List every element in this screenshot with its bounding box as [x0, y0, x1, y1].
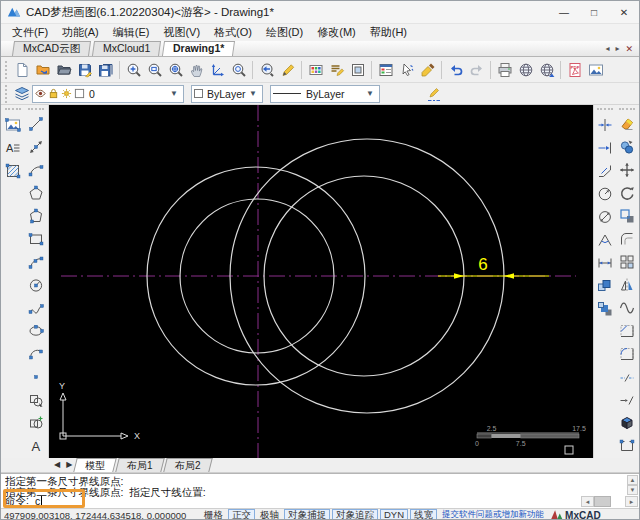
drawing-canvas[interactable]: 6YX2.517.507.5 — [49, 105, 593, 458]
chevron-down-icon[interactable]: ▼ — [167, 89, 181, 98]
undo-button[interactable] — [445, 59, 466, 80]
scrollbar-track[interactable] — [611, 496, 625, 507]
array-button[interactable] — [617, 252, 638, 273]
toolbar-drag-handle[interactable] — [619, 108, 635, 112]
move-button[interactable] — [617, 160, 638, 181]
rotate-button[interactable] — [617, 183, 638, 204]
polyline2-button[interactable] — [25, 206, 46, 227]
menu-item-2[interactable]: 编辑(E) — [106, 25, 157, 40]
toolbar-drag-handle[interactable] — [5, 85, 9, 103]
menu-item-4[interactable]: 格式(O) — [207, 25, 259, 40]
text-style-button[interactable] — [326, 59, 347, 80]
palette-button[interactable] — [305, 59, 326, 80]
tab-scroll-right-icon[interactable]: ▸ — [612, 44, 622, 53]
mirror-button[interactable] — [617, 275, 638, 296]
status-toggle-极轴[interactable]: 极轴 — [257, 509, 282, 520]
status-toggle-对象捕捉[interactable]: 对象捕捉 — [284, 509, 330, 520]
break-at-point-button[interactable] — [617, 366, 638, 387]
dim-radius-button[interactable] — [595, 183, 616, 204]
web-button[interactable] — [515, 59, 536, 80]
image-button[interactable] — [585, 59, 606, 80]
web-upload-button[interactable] — [536, 59, 557, 80]
command-vscrollbar[interactable]: ▲ ▼ — [627, 475, 638, 495]
doc-tab-MxCloud1[interactable]: MxCloud1 — [92, 41, 161, 56]
scroll-right-icon[interactable]: ▸ — [625, 496, 638, 507]
menu-item-5[interactable]: 绘图(D) — [259, 25, 310, 40]
new-file-button[interactable] — [11, 59, 32, 80]
arc3-button[interactable] — [25, 252, 46, 273]
doc-tab-MxCAD云图[interactable]: MxCAD云图 — [12, 41, 91, 56]
layer-on-icon[interactable] — [35, 88, 46, 99]
status-toggle-DYN[interactable]: DYN — [380, 509, 408, 520]
close-button[interactable]: ✕ — [609, 1, 639, 23]
block-button[interactable] — [25, 412, 46, 433]
save-all-button[interactable] — [95, 59, 116, 80]
minimize-button[interactable]: — — [549, 1, 579, 23]
menu-item-7[interactable]: 帮助(H) — [363, 25, 414, 40]
scroll-down-icon[interactable]: ▼ — [627, 485, 638, 495]
line-button[interactable] — [25, 114, 46, 135]
dim-diameter-button[interactable] — [595, 206, 616, 227]
matchprop-button[interactable] — [417, 59, 438, 80]
offset-button[interactable] — [617, 229, 638, 250]
mtext-button[interactable]: A — [2, 137, 23, 158]
tab-close-icon[interactable]: ✕ — [622, 44, 636, 54]
layer-color-icon[interactable] — [74, 88, 85, 99]
command-hscrollbar[interactable]: ◂ ▸ — [581, 496, 638, 507]
linetype-combo[interactable]: ByLayer ▼ — [270, 85, 380, 103]
dim-angle-button[interactable] — [595, 229, 616, 250]
scale2-button[interactable] — [595, 298, 616, 319]
toolbar-drag-handle[interactable] — [5, 108, 21, 112]
zoom-window-button[interactable] — [144, 59, 165, 80]
layer-box-button[interactable] — [347, 59, 368, 80]
pan-button[interactable] — [186, 59, 207, 80]
erase-button[interactable] — [617, 114, 638, 135]
layout-tab-布局2[interactable]: 布局2 — [163, 458, 212, 472]
layout-tab-布局1[interactable]: 布局1 — [116, 458, 165, 472]
circle-button[interactable] — [25, 275, 46, 296]
scrollbar-thumb[interactable] — [594, 496, 611, 507]
layer-manager-button[interactable] — [375, 59, 396, 80]
menu-item-1[interactable]: 功能(A) — [55, 25, 106, 40]
open-folder-button[interactable] — [53, 59, 74, 80]
menu-item-6[interactable]: 修改(M) — [310, 25, 363, 40]
pedit-button[interactable] — [617, 435, 638, 456]
rectangle-button[interactable] — [25, 229, 46, 250]
draw-2d-button[interactable] — [277, 59, 298, 80]
scale-button[interactable] — [617, 206, 638, 227]
status-toggle-对象追踪[interactable]: 对象追踪 — [332, 509, 378, 520]
chevron-down-icon[interactable]: ▼ — [363, 89, 377, 98]
doc-tab-Drawing1*[interactable]: Drawing1* — [162, 41, 235, 56]
tab-scroll-left-icon[interactable]: ◂ — [602, 44, 612, 53]
xline-button[interactable] — [25, 137, 46, 158]
box3d-button[interactable] — [617, 412, 638, 433]
insert-image-button[interactable] — [2, 114, 23, 135]
stretch-button[interactable] — [595, 275, 616, 296]
layout-prev-icon[interactable]: ◀ — [51, 458, 63, 472]
trim-button[interactable] — [595, 114, 616, 135]
menu-item-0[interactable]: 文件(F) — [5, 25, 55, 40]
toolbar-drag-handle[interactable] — [5, 61, 9, 79]
layer-manager-button[interactable] — [11, 83, 32, 104]
fillet-box-button[interactable] — [617, 343, 638, 364]
ucs-axes-button[interactable] — [207, 59, 228, 80]
draworder-button[interactable] — [423, 83, 444, 104]
break-button[interactable] — [617, 389, 638, 410]
pdf-button[interactable]: PDF — [564, 59, 585, 80]
save-button[interactable] — [74, 59, 95, 80]
layer-combo[interactable]: 0 ▼ — [32, 85, 184, 103]
linear-dimension[interactable]: 6 — [438, 255, 549, 279]
ellipse-button[interactable] — [25, 320, 46, 341]
copy-button[interactable] — [617, 137, 638, 158]
maximize-button[interactable]: □ — [579, 1, 609, 23]
redo-button[interactable] — [466, 59, 487, 80]
zoom-prev-button[interactable] — [256, 59, 277, 80]
hatch-button[interactable] — [2, 160, 23, 181]
chamfer-box-button[interactable] — [617, 320, 638, 341]
scroll-left-icon[interactable]: ◂ — [581, 496, 594, 507]
zoom-in-button[interactable] — [123, 59, 144, 80]
text-a-button[interactable]: A — [25, 435, 46, 456]
copy-entity-button[interactable] — [25, 389, 46, 410]
status-toggle-线宽[interactable]: 线宽 — [410, 509, 437, 520]
zoom-extents-button[interactable] — [165, 59, 186, 80]
